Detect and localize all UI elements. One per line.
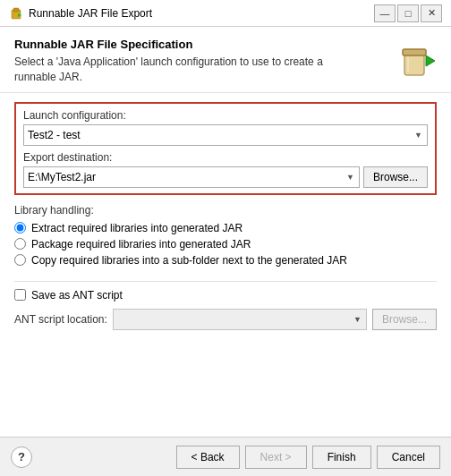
radio-package-label: Package required libraries into generate… bbox=[31, 238, 251, 251]
dialog-header-text: Runnable JAR File Specification Select a… bbox=[14, 38, 354, 85]
export-dest-select-wrapper[interactable]: E:\MyTest2.jar bbox=[23, 166, 360, 188]
title-text: Runnable JAR File Export bbox=[29, 7, 152, 20]
dialog-footer: ? < Back Next > Finish Cancel bbox=[0, 437, 451, 476]
title-bar: Runnable JAR File Export — □ ✕ bbox=[0, 0, 451, 27]
launch-config-select[interactable]: Test2 - test bbox=[23, 124, 428, 146]
library-handling-label: Library handling: bbox=[14, 204, 437, 217]
title-bar-left: Runnable JAR File Export bbox=[9, 6, 152, 21]
radio-package[interactable]: Package required libraries into generate… bbox=[14, 238, 437, 251]
cancel-button[interactable]: Cancel bbox=[377, 446, 440, 469]
jar-icon bbox=[394, 38, 437, 81]
svg-rect-4 bbox=[403, 49, 426, 55]
next-button[interactable]: Next > bbox=[245, 446, 307, 469]
help-button[interactable]: ? bbox=[11, 446, 32, 468]
ant-location-select-wrapper[interactable] bbox=[113, 309, 367, 330]
launch-config-label: Launch configuration: bbox=[23, 109, 428, 122]
dialog-body: Runnable JAR File Specification Select a… bbox=[0, 27, 451, 476]
minimize-button[interactable]: — bbox=[374, 4, 396, 22]
export-dest-label: Export destination: bbox=[23, 151, 428, 164]
ant-script-checkbox[interactable] bbox=[14, 289, 26, 301]
close-button[interactable]: ✕ bbox=[421, 4, 442, 22]
title-controls: — □ ✕ bbox=[374, 4, 442, 22]
svg-marker-6 bbox=[426, 55, 435, 66]
library-handling-radio-group: Extract required libraries into generate… bbox=[14, 222, 437, 267]
export-dest-browse-button[interactable]: Browse... bbox=[363, 166, 428, 188]
maximize-button[interactable]: □ bbox=[397, 4, 419, 22]
dialog-title: Runnable JAR File Specification bbox=[14, 38, 354, 51]
radio-extract-label: Extract required libraries into generate… bbox=[31, 222, 243, 234]
title-icon bbox=[9, 6, 23, 21]
export-dest-select[interactable]: E:\MyTest2.jar bbox=[23, 166, 360, 188]
radio-extract[interactable]: Extract required libraries into generate… bbox=[14, 222, 437, 234]
back-button[interactable]: < Back bbox=[176, 446, 240, 469]
footer-left: ? bbox=[11, 446, 32, 468]
ant-location-label: ANT script location: bbox=[14, 313, 107, 326]
radio-extract-input[interactable] bbox=[14, 222, 26, 234]
launch-config-select-wrapper[interactable]: Test2 - test bbox=[23, 124, 428, 146]
radio-copy-input[interactable] bbox=[14, 254, 26, 266]
footer-right: < Back Next > Finish Cancel bbox=[176, 446, 440, 469]
config-box: Launch configuration: Test2 - test Expor… bbox=[14, 102, 437, 195]
ant-location-row: ANT script location: Browse... bbox=[14, 309, 437, 330]
radio-copy[interactable]: Copy required libraries into a sub-folde… bbox=[14, 254, 437, 267]
finish-button[interactable]: Finish bbox=[312, 446, 371, 469]
dialog-description: Select a 'Java Application' launch confi… bbox=[14, 55, 354, 85]
ant-location-select[interactable] bbox=[113, 309, 367, 330]
ant-script-label: Save as ANT script bbox=[31, 289, 123, 302]
radio-copy-label: Copy required libraries into a sub-folde… bbox=[31, 254, 347, 267]
ant-script-checkbox-row[interactable]: Save as ANT script bbox=[14, 289, 437, 302]
svg-rect-1 bbox=[13, 8, 19, 12]
dialog-content: Launch configuration: Test2 - test Expor… bbox=[0, 93, 451, 437]
radio-package-input[interactable] bbox=[14, 238, 26, 250]
dest-row: E:\MyTest2.jar Browse... bbox=[23, 166, 428, 188]
separator bbox=[14, 281, 437, 282]
dialog-header: Runnable JAR File Specification Select a… bbox=[0, 27, 451, 93]
ant-browse-button[interactable]: Browse... bbox=[372, 309, 437, 330]
